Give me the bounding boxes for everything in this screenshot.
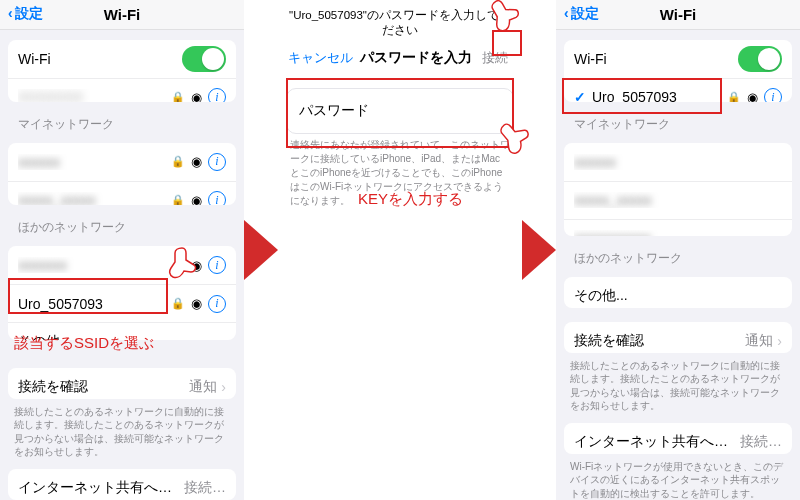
svg-marker-0	[244, 220, 278, 280]
connect-button[interactable]: 接続	[478, 47, 512, 69]
password-label: パスワード	[299, 102, 369, 120]
wifi-icon: ◉	[191, 258, 202, 273]
network-name: xxxxx_xxxxx	[18, 192, 171, 205]
back-button[interactable]: ‹設定	[8, 5, 43, 23]
lock-icon: 🔒	[171, 155, 185, 168]
auto-hotspot-row[interactable]: インターネット共有へ自動接続 接続…	[564, 423, 792, 454]
other-row[interactable]: その他...	[564, 277, 792, 308]
network-row[interactable]: xxxxxxxxxxx	[564, 219, 792, 236]
network-row[interactable]: xxxxxx 🔒◉i	[8, 143, 236, 181]
info-icon[interactable]: i	[208, 256, 226, 274]
network-name: XXXXXXX	[18, 89, 171, 102]
screen-3-connected: ‹設定 Wi-Fi Wi-Fi ✓ Uro_5057093 🔒◉i マイネットワ…	[556, 0, 800, 500]
screen-2-password-prompt: "Uro_5057093"のパスワードを入力してください キャンセル パスワード…	[278, 0, 522, 500]
lock-icon: 🔒	[171, 91, 185, 102]
page-title: Wi-Fi	[660, 6, 697, 23]
wifi-icon: ◉	[191, 90, 202, 102]
hotspot-note: Wi-Fiネットワークが使用できないとき、このデバイスの近くにあるインターネット…	[570, 460, 786, 500]
my-networks-header: マイネットワーク	[574, 116, 782, 133]
ask-note: 接続したことのあるネットワークに自動的に接続します。接続したことのあるネットワー…	[14, 405, 230, 459]
info-icon[interactable]: i	[208, 295, 226, 313]
back-button[interactable]: ‹設定	[564, 5, 599, 23]
navbar: ‹設定 Wi-Fi	[0, 0, 244, 30]
dialog-title: パスワードを入力	[360, 49, 472, 67]
lock-icon: 🔒	[171, 297, 185, 310]
my-networks-header: マイネットワーク	[18, 116, 226, 133]
network-row[interactable]: xxxxx_xxxxx	[564, 181, 792, 219]
lock-icon: 🔒	[727, 91, 741, 102]
ask-note: 接続したことのあるネットワークに自動的に接続します。接続したことのあるネットワー…	[570, 359, 786, 413]
lock-icon: 🔒	[171, 194, 185, 205]
step-arrow-icon	[244, 220, 278, 280]
info-icon[interactable]: i	[208, 191, 226, 205]
lock-icon: 🔒	[171, 259, 185, 272]
network-row[interactable]: xxxxx_xxxxx 🔒◉i	[8, 181, 236, 205]
info-icon[interactable]: i	[208, 153, 226, 171]
annotation-enter-key: KEYを入力する	[358, 190, 463, 209]
other-networks-header: ほかのネットワーク	[18, 219, 226, 236]
auto-hotspot-row[interactable]: インターネット共有へ自動接続 接続…	[8, 469, 236, 500]
wifi-toggle-row[interactable]: Wi-Fi	[8, 40, 236, 78]
network-row[interactable]: xxxxxxx 🔒◉i	[8, 246, 236, 284]
current-network-row[interactable]: XXXXXXX 🔒 ◉ i	[8, 78, 236, 102]
connected-network-row[interactable]: ✓ Uro_5057093 🔒◉i	[564, 78, 792, 102]
cancel-button[interactable]: キャンセル	[288, 49, 353, 67]
wifi-toggle[interactable]	[182, 46, 226, 72]
wifi-toggle-row[interactable]: Wi-Fi	[564, 40, 792, 78]
check-icon: ✓	[574, 89, 586, 101]
network-name: xxxxxxx	[18, 257, 171, 273]
wifi-toggle[interactable]	[738, 46, 782, 72]
network-name: Uro_5057093	[18, 296, 171, 312]
page-title: Wi-Fi	[104, 6, 141, 23]
password-prompt-text: "Uro_5057093"のパスワードを入力してください	[278, 0, 522, 42]
wifi-icon: ◉	[191, 193, 202, 205]
network-name: xxxxxx	[18, 154, 171, 170]
annotation-select-ssid: 該当するSSIDを選ぶ	[14, 334, 154, 353]
info-icon[interactable]: i	[208, 88, 226, 102]
svg-marker-1	[522, 220, 556, 280]
info-icon[interactable]: i	[764, 88, 782, 101]
wifi-icon: ◉	[191, 296, 202, 311]
ask-to-join-row[interactable]: 接続を確認 通知›	[8, 368, 236, 399]
wifi-icon: ◉	[191, 154, 202, 169]
other-networks-header: ほかのネットワーク	[574, 250, 782, 267]
password-field[interactable]: パスワード	[287, 89, 513, 133]
step-arrow-icon	[522, 220, 556, 280]
navbar: ‹設定 Wi-Fi	[556, 0, 800, 30]
wifi-icon: ◉	[747, 90, 758, 102]
wifi-label: Wi-Fi	[18, 51, 182, 67]
screen-1-wifi-settings: ‹設定 Wi-Fi Wi-Fi XXXXXXX 🔒 ◉ i マイネットワーク x…	[0, 0, 244, 500]
network-row[interactable]: xxxxxx	[564, 143, 792, 181]
target-network-row[interactable]: Uro_5057093 🔒◉i	[8, 284, 236, 322]
ask-to-join-row[interactable]: 接続を確認 通知›	[564, 322, 792, 353]
network-name: Uro_5057093	[592, 89, 727, 101]
